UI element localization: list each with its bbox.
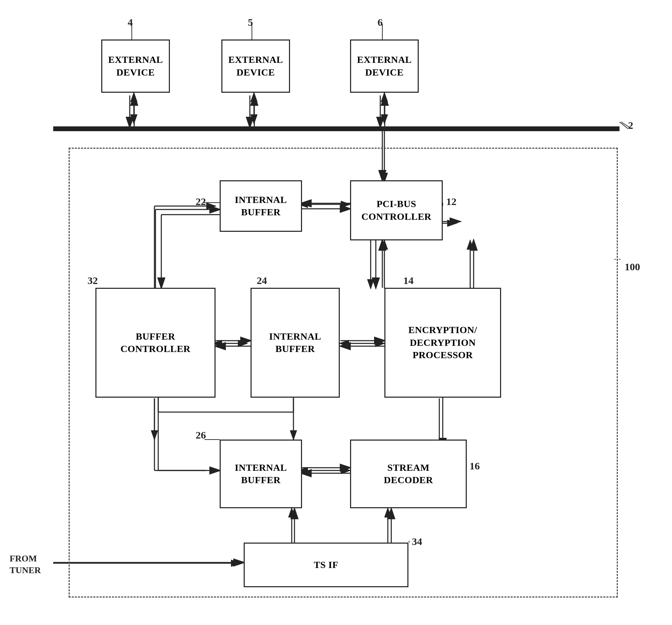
internal-buffer-24-block: INTERNALBUFFER <box>251 288 340 398</box>
encryption-decryption-label: ENCRYPTION/DECRYPTIONPROCESSOR <box>408 324 477 361</box>
svg-rect-28 <box>53 126 619 131</box>
external-device-5-label: EXTERNALDEVICE <box>228 54 283 79</box>
external-device-6-label: EXTERNALDEVICE <box>357 54 412 79</box>
from-tuner-label: FROMTUNER <box>10 553 41 576</box>
ref-4-label: 4 <box>128 16 133 28</box>
ref-5-label: 5 <box>248 16 253 28</box>
buffer-controller-label: BUFFERCONTROLLER <box>120 330 190 355</box>
internal-buffer-22-block: INTERNALBUFFER <box>220 180 302 232</box>
ref-24-label: 24 <box>257 275 267 286</box>
external-device-4-block: EXTERNALDEVICE <box>101 39 170 93</box>
ref-2-label: 2 <box>628 120 633 131</box>
internal-buffer-24-label: INTERNALBUFFER <box>269 330 321 355</box>
pci-bus-controller-block: PCI-BUSCONTROLLER <box>350 180 443 240</box>
ts-if-block: TS IF <box>244 543 408 587</box>
ref-12-label: 12 <box>446 196 456 207</box>
internal-buffer-26-label: INTERNALBUFFER <box>235 462 287 487</box>
ref-34-label: 34 <box>412 536 422 547</box>
svg-line-29 <box>619 122 628 129</box>
ref-16-label: 16 <box>470 460 480 472</box>
encryption-decryption-block: ENCRYPTION/DECRYPTIONPROCESSOR <box>384 288 501 398</box>
external-device-4-label: EXTERNALDEVICE <box>108 54 163 79</box>
ref-6-label: 6 <box>378 16 383 28</box>
internal-buffer-26-block: INTERNALBUFFER <box>220 440 302 508</box>
ref-22-label: 22 <box>196 196 206 207</box>
buffer-controller-block: BUFFERCONTROLLER <box>95 288 216 398</box>
ts-if-label: TS IF <box>314 559 338 571</box>
external-device-6-block: EXTERNALDEVICE <box>350 39 419 93</box>
stream-decoder-label: STREAMDECODER <box>384 462 433 487</box>
external-device-5-block: EXTERNALDEVICE <box>221 39 290 93</box>
ref-14-label: 14 <box>403 275 414 286</box>
stream-decoder-block: STREAMDECODER <box>350 440 467 508</box>
ref-32-label: 32 <box>88 275 98 286</box>
ref-100-label: 100 <box>625 261 640 273</box>
ref-26-label: 26 <box>196 429 206 441</box>
pci-bus-controller-label: PCI-BUSCONTROLLER <box>361 198 431 223</box>
internal-buffer-22-label: INTERNALBUFFER <box>235 194 287 219</box>
